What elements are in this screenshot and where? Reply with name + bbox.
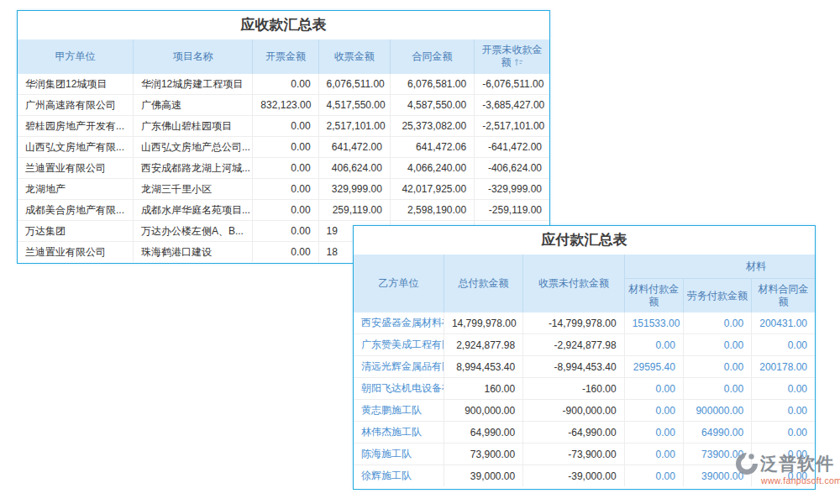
table-cell: 0.00	[752, 378, 815, 400]
table-cell: 329,999.00	[318, 179, 390, 200]
table-cell: -259,119.00	[475, 200, 549, 221]
table-cell: 4,517,550.00	[318, 95, 390, 116]
table-cell: 900000.00	[683, 400, 751, 422]
table-cell: 259,119.00	[318, 200, 390, 221]
table-row: 成都美合房地产有限...成都水岸华庭名苑项目...0.00259,119.002…	[18, 200, 549, 221]
table-cell: -406,624.00	[475, 158, 549, 179]
table-cell: 2,598,190.00	[390, 200, 474, 221]
table-cell: -64,990.00	[523, 422, 624, 444]
table-cell: 广州高速路有限公司	[18, 95, 133, 116]
col-group-material: 材料	[624, 255, 815, 279]
table-cell: 0.00	[253, 242, 318, 263]
table-cell: 0.00	[253, 200, 318, 221]
table-cell: 广东佛山碧桂园项目	[133, 116, 252, 137]
table-cell: 6,076,581.00	[390, 74, 474, 95]
table-cell: 641,472.00	[318, 137, 390, 158]
table-cell: 成都美合房地产有限...	[18, 200, 133, 221]
table-cell: -160.00	[523, 378, 624, 400]
table-cell: 0.00	[253, 137, 318, 158]
table-cell: 42,017,925.00	[390, 179, 474, 200]
table-cell: -329,999.00	[475, 179, 549, 200]
table-cell: 0.00	[624, 378, 683, 400]
table-cell[interactable]: 朝阳飞达机电设备有	[354, 378, 444, 400]
table-cell: 0.00	[752, 334, 815, 356]
table-cell: -6,076,511.00	[475, 74, 549, 95]
col-material-payment-amount: 材料付款金额	[624, 279, 683, 313]
table-cell: 0.00	[624, 400, 683, 422]
table-cell: 龙湖三千里小区	[133, 179, 252, 200]
table-cell: 0.00	[624, 444, 683, 465]
table-cell: 151533.00	[624, 312, 683, 334]
table-cell: 2,924,877.98	[444, 334, 522, 356]
table-cell: 0.00	[752, 400, 815, 422]
table-cell: -14,799,978.00	[523, 312, 624, 334]
table-row: 朝阳飞达机电设备有160.00-160.000.000.000.00	[354, 378, 815, 400]
table-row: 黄志鹏施工队900,000.00-900,000.000.00900000.00…	[354, 400, 815, 422]
fanpu-watermark: 泛普软件 www.fanpusoft.com	[733, 450, 837, 486]
table-cell: 0.00	[253, 116, 318, 137]
table-cell[interactable]: 陈海施工队	[354, 444, 444, 465]
table-cell[interactable]: 清远光辉金属品有限	[354, 356, 444, 378]
table-cell: 兰迪置业有限公司	[18, 242, 133, 263]
table-cell: -8,994,453.40	[523, 356, 624, 378]
table-cell: 华润集团12城项目	[18, 74, 133, 95]
table-cell: -39,000.00	[523, 465, 624, 487]
table-cell: 160.00	[444, 378, 522, 400]
table-cell: 万达办公楼左侧A、B...	[133, 221, 252, 242]
sort-amount-icon[interactable]	[514, 57, 523, 70]
table-cell: 兰迪置业有限公司	[18, 158, 133, 179]
table-cell[interactable]: 徐辉施工队	[354, 465, 444, 487]
table-cell: 641,472.06	[390, 137, 474, 158]
table-cell: 珠海鹤港口建设	[133, 242, 252, 263]
col-invoice-amount: 开票金额	[253, 39, 318, 74]
table-cell: 华润12城房建工程项目	[133, 74, 252, 95]
table-cell: -641,472.00	[475, 137, 549, 158]
table-cell: 0.00	[253, 74, 318, 95]
col-labor-payment-amount: 劳务付款金额	[683, 279, 751, 313]
table-cell[interactable]: 黄志鹏施工队	[354, 400, 444, 422]
col-project-name: 项目名称	[133, 39, 252, 74]
table-cell[interactable]: 林伟杰施工队	[354, 422, 444, 444]
table-row: 碧桂园房地产开发有...广东佛山碧桂园项目0.002,517,101.0025,…	[18, 116, 549, 137]
fanpu-logo-icon	[733, 450, 760, 477]
table-cell: 0.00	[624, 422, 683, 444]
table-cell: 73,900.00	[444, 444, 522, 465]
table-cell: 0.00	[683, 378, 751, 400]
table-cell: 406,624.00	[318, 158, 390, 179]
table-row: 山西弘文房地产有限...山西弘文房地产总公司...0.00641,472.006…	[18, 137, 549, 158]
table-cell: 39,000.00	[444, 465, 522, 487]
table-cell: 2,517,101.00	[318, 116, 390, 137]
table-row: 林伟杰施工队64,990.00-64,990.000.0064990.000.0…	[354, 422, 815, 444]
table-cell: 200431.00	[752, 312, 815, 334]
table-cell: -2,924,877.98	[523, 334, 624, 356]
table-cell: 832,123.00	[253, 95, 318, 116]
table-cell: 4,587,550.00	[390, 95, 474, 116]
table-cell: 西安成都路龙湖上河城...	[133, 158, 252, 179]
table-cell: -2,517,101.00	[475, 116, 549, 137]
table-row: 龙湖地产龙湖三千里小区0.00329,999.0042,017,925.00-3…	[18, 179, 549, 200]
table-cell: 64,990.00	[444, 422, 522, 444]
table-row: 广东赞美成工程有限2,924,877.98-2,924,877.980.000.…	[354, 334, 815, 356]
table-cell: 0.00	[683, 312, 751, 334]
table-cell: 0.00	[624, 465, 683, 487]
receivables-table-title: 应收款汇总表	[18, 11, 549, 39]
table-cell: 龙湖地产	[18, 179, 133, 200]
table-cell: 0.00	[683, 356, 751, 378]
col-total-payment-amount: 总付款金额	[444, 255, 522, 312]
table-cell[interactable]: 西安盛器金属材料有	[354, 312, 444, 334]
payables-table-title: 应付款汇总表	[354, 226, 815, 255]
table-cell: 6,076,511.00	[318, 74, 390, 95]
col-receipted-unpaid-amount: 收票未付款金额	[523, 255, 624, 312]
table-cell: -3,685,427.00	[475, 95, 549, 116]
col-party-b-unit: 乙方单位	[354, 255, 444, 312]
table-cell: 8,994,453.40	[444, 356, 522, 378]
table-cell: 29595.40	[624, 356, 683, 378]
table-cell[interactable]: 广东赞美成工程有限	[354, 334, 444, 356]
col-invoiced-unreceived-amount[interactable]: 开票未收款金额	[475, 39, 549, 74]
table-cell: 0.00	[683, 334, 751, 356]
table-row: 清远光辉金属品有限8,994,453.40-8,994,453.4029595.…	[354, 356, 815, 378]
watermark-url-text: www.fanpusoft.com	[761, 475, 837, 486]
col-material-contract-amount: 材料合同金额	[752, 279, 815, 313]
table-cell: 广佛高速	[133, 95, 252, 116]
table-cell: 14,799,978.00	[444, 312, 522, 334]
